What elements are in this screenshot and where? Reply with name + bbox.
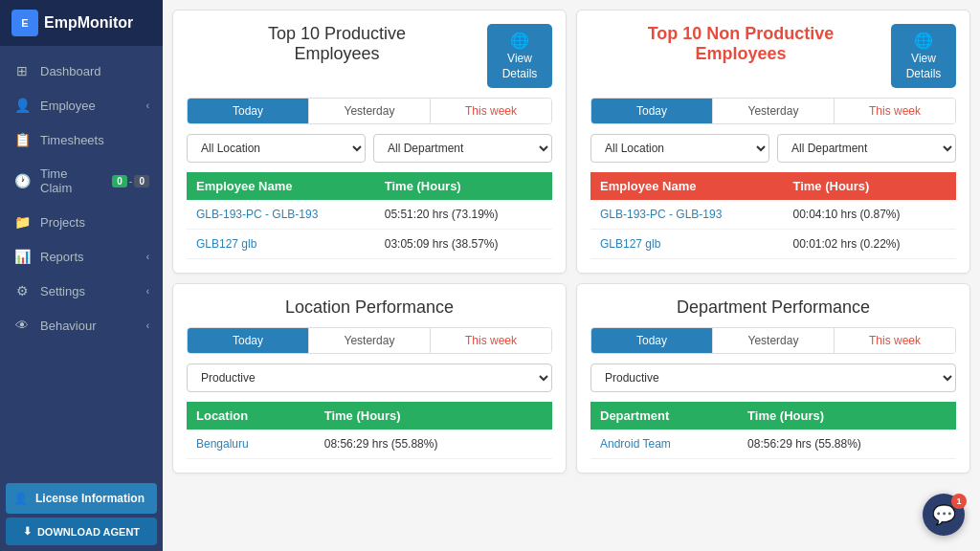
badge-green: 0 <box>112 175 127 187</box>
card-title-wrap: Top 10 Non Productive Employees <box>590 24 891 74</box>
license-label: License Information <box>35 492 145 505</box>
non-productive-filter-row: All Location All Department <box>590 134 956 163</box>
productive-filter-row: All Location All Department <box>187 134 552 163</box>
table-row: Bengaluru08:56:29 hrs (55.88%) <box>187 430 552 459</box>
download-agent-button[interactable]: ⬇ DOWNLOAD AGENT <box>6 518 157 545</box>
row-name[interactable]: Bengaluru <box>187 430 315 459</box>
sidebar: E EmpMonitor ⊞ Dashboard 👤 Employee ‹ 📋 … <box>0 0 163 551</box>
non-productive-view-details-button[interactable]: 🌐 View Details <box>891 24 956 88</box>
department-table-header-row: Department Time (Hours) <box>590 402 956 430</box>
chevron-icon: ‹ <box>146 320 149 331</box>
tab-today-location[interactable]: Today <box>188 328 309 353</box>
productive-employees-card: Top 10 Productive Employees 🌐 View Detai… <box>172 10 567 274</box>
tab-yesterday-department[interactable]: Yesterday <box>713 328 835 353</box>
row-name[interactable]: GLB127 glb <box>590 230 783 259</box>
tab-thisweek-productive[interactable]: This week <box>431 99 551 123</box>
tab-yesterday-location[interactable]: Yesterday <box>309 328 431 353</box>
row-name[interactable]: GLB127 glb <box>187 230 375 259</box>
timesheets-icon: 📋 <box>13 132 31 147</box>
tab-today-productive[interactable]: Today <box>188 99 309 123</box>
department-dropdown-wrap: Productive <box>590 364 956 392</box>
logo-text: EmpMonitor <box>44 14 133 32</box>
tab-thisweek-department[interactable]: This week <box>835 328 955 353</box>
tab-yesterday-nonproductive[interactable]: Yesterday <box>713 99 835 123</box>
location-type-dropdown[interactable]: Productive <box>187 364 552 392</box>
globe-icon: 🌐 <box>914 32 933 50</box>
sidebar-item-projects[interactable]: 📁 Projects <box>0 205 163 239</box>
sidebar-item-label: Time Claim <box>40 166 102 195</box>
table-row: Android Team08:56:29 hrs (55.88%) <box>590 430 956 459</box>
sidebar-item-label: Projects <box>40 215 149 230</box>
sidebar-nav: ⊞ Dashboard 👤 Employee ‹ 📋 Timesheets 🕐 … <box>0 46 163 477</box>
location-performance-card: Location Performance Today Yesterday Thi… <box>172 283 567 474</box>
productive-title: Top 10 Productive Employees <box>187 24 487 64</box>
sidebar-item-dashboard[interactable]: ⊞ Dashboard <box>0 54 163 88</box>
sidebar-item-label: Employee <box>40 99 137 113</box>
row-time: 08:56:29 hrs (55.88%) <box>738 430 956 459</box>
license-button[interactable]: 👤 License Information <box>6 483 157 514</box>
tab-today-department[interactable]: Today <box>591 328 713 353</box>
location-table: Location Time (Hours) Bengaluru08:56:29 … <box>187 402 552 459</box>
sidebar-item-label: Dashboard <box>40 64 149 78</box>
location-col-name: Location <box>187 402 315 430</box>
productive-table-header-row: Employee Name Time (Hours) <box>187 172 552 200</box>
department-type-dropdown[interactable]: Productive <box>590 364 956 392</box>
productive-department-dropdown[interactable]: All Department <box>373 134 552 163</box>
tab-today-nonproductive[interactable]: Today <box>591 99 713 123</box>
non-productive-title: Top 10 Non Productive Employees <box>590 24 891 64</box>
row-name[interactable]: GLB-193-PC - GLB-193 <box>187 200 375 230</box>
location-col-time: Time (Hours) <box>315 402 552 430</box>
timeclaim-icon: 🕐 <box>13 173 31 188</box>
location-tab-group: Today Yesterday This week <box>187 327 552 354</box>
table-row: GLB127 glb03:05:09 hrs (38.57%) <box>187 230 552 259</box>
sidebar-item-label: Reports <box>40 250 137 264</box>
row-time: 00:01:02 hrs (0.22%) <box>783 230 956 259</box>
globe-icon: 🌐 <box>510 32 529 50</box>
row-time: 03:05:09 hrs (38.57%) <box>375 230 552 259</box>
non-productive-col-time: Time (Hours) <box>783 172 956 200</box>
productive-view-details-button[interactable]: 🌐 View Details <box>487 24 552 88</box>
sidebar-item-settings[interactable]: ⚙ Settings ‹ <box>0 274 163 308</box>
location-dropdown-wrap: Productive <box>187 364 552 392</box>
sidebar-item-timesheets[interactable]: 📋 Timesheets <box>0 122 163 157</box>
non-productive-tab-group: Today Yesterday This week <box>590 98 956 124</box>
download-icon: ⬇ <box>23 525 32 538</box>
sidebar-item-label: Behaviour <box>40 319 137 333</box>
row-name[interactable]: Android Team <box>590 430 738 459</box>
non-productive-col-name: Employee Name <box>590 172 783 200</box>
tab-yesterday-productive[interactable]: Yesterday <box>309 99 431 123</box>
sidebar-item-behaviour[interactable]: 👁 Behaviour ‹ <box>0 308 163 342</box>
chat-button[interactable]: 💬 1 <box>923 494 965 536</box>
chevron-icon: ‹ <box>146 286 149 297</box>
logo: E EmpMonitor <box>0 0 163 46</box>
behaviour-icon: 👁 <box>13 318 31 333</box>
download-label: DOWNLOAD AGENT <box>37 526 140 538</box>
badge-wrap: 0 - 0 <box>112 175 149 187</box>
non-productive-location-dropdown[interactable]: All Location <box>590 134 769 163</box>
tab-thisweek-nonproductive[interactable]: This week <box>835 99 955 123</box>
non-productive-department-dropdown[interactable]: All Department <box>777 134 956 163</box>
location-title: Location Performance <box>187 298 552 318</box>
chat-icon: 💬 <box>932 503 956 526</box>
card-header: Top 10 Non Productive Employees 🌐 View D… <box>590 24 956 88</box>
projects-icon: 📁 <box>13 214 31 230</box>
sidebar-item-timeclaim[interactable]: 🕐 Time Claim 0 - 0 <box>0 157 163 205</box>
department-table: Department Time (Hours) Android Team08:5… <box>590 402 956 459</box>
main-content: Top 10 Productive Employees 🌐 View Detai… <box>163 0 980 551</box>
logo-icon: E <box>11 10 38 36</box>
card-title-wrap: Top 10 Productive Employees <box>187 24 487 74</box>
sidebar-item-employee[interactable]: 👤 Employee ‹ <box>0 88 163 122</box>
productive-location-dropdown[interactable]: All Location <box>187 134 366 163</box>
department-col-time: Time (Hours) <box>738 402 956 430</box>
license-icon: 👤 <box>13 492 28 505</box>
department-performance-card: Department Performance Today Yesterday T… <box>576 283 970 474</box>
non-productive-table-header-row: Employee Name Time (Hours) <box>590 172 956 200</box>
row-name[interactable]: GLB-193-PC - GLB-193 <box>590 200 783 230</box>
department-tab-group: Today Yesterday This week <box>590 327 956 354</box>
productive-col-name: Employee Name <box>187 172 375 200</box>
non-productive-table: Employee Name Time (Hours) GLB-193-PC - … <box>590 172 956 259</box>
tab-thisweek-location[interactable]: This week <box>431 328 551 353</box>
reports-icon: 📊 <box>13 249 31 264</box>
sidebar-item-reports[interactable]: 📊 Reports ‹ <box>0 239 163 274</box>
table-row: GLB127 glb00:01:02 hrs (0.22%) <box>590 230 956 259</box>
